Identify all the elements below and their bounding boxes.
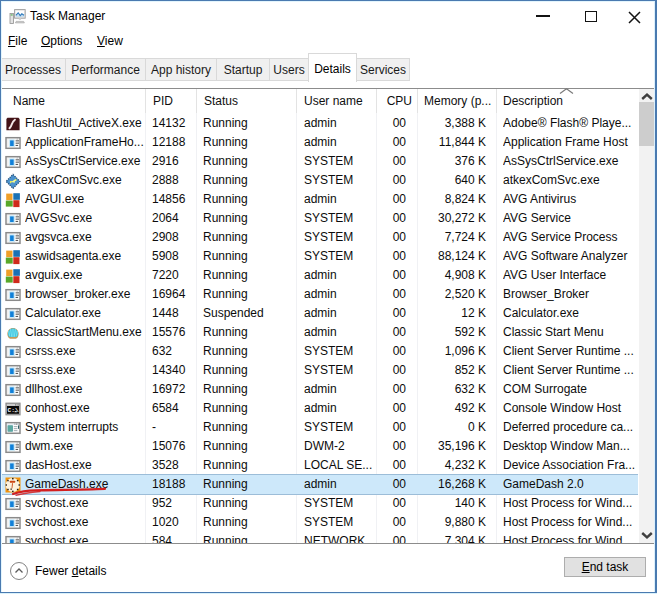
svg-text:C:\: C:\: [8, 406, 19, 413]
